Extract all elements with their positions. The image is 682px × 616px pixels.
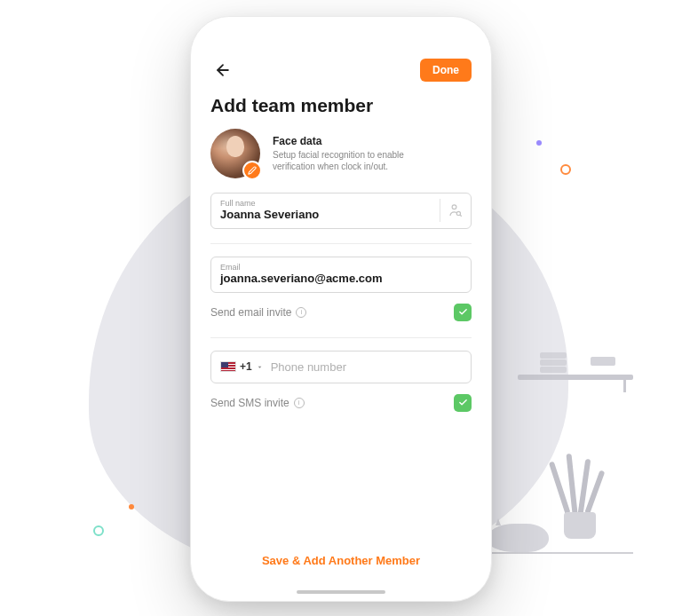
phone-frame: Done Add team member Face data Setup fac… xyxy=(190,16,492,602)
top-bar: Done xyxy=(210,58,472,83)
arrow-left-icon xyxy=(214,61,232,79)
sms-invite-row: Send SMS invite i xyxy=(210,394,472,412)
svg-point-2 xyxy=(456,212,460,216)
sms-invite-text: Send SMS invite xyxy=(210,397,289,409)
save-add-another-button[interactable]: Save & Add Another Member xyxy=(210,541,472,583)
info-icon[interactable]: i xyxy=(296,307,306,318)
background-illustration xyxy=(473,348,633,570)
pencil-icon xyxy=(248,166,257,175)
person-search-icon xyxy=(448,202,464,218)
phone-input[interactable]: Phone number xyxy=(271,360,346,374)
face-data-heading: Face data xyxy=(273,135,432,147)
check-icon xyxy=(458,398,468,407)
info-icon[interactable]: i xyxy=(294,398,305,408)
country-code-text: +1 xyxy=(240,360,252,373)
decorative-dot xyxy=(536,140,542,146)
done-button[interactable]: Done xyxy=(420,59,472,82)
decorative-circle xyxy=(560,164,571,175)
sms-invite-label: Send SMS invite i xyxy=(210,397,305,409)
face-data-section: Face data Setup facial recognition to en… xyxy=(210,129,472,178)
divider xyxy=(210,337,472,338)
page-title: Add team member xyxy=(210,95,472,116)
edit-avatar-button[interactable] xyxy=(242,161,262,180)
full-name-field[interactable]: Full name Joanna Severiano xyxy=(210,193,472,229)
check-icon xyxy=(458,307,468,317)
email-input[interactable]: joanna.severiano@acme.com xyxy=(220,272,462,287)
email-invite-text: Send email invite xyxy=(210,306,291,319)
sms-invite-toggle[interactable] xyxy=(454,394,472,412)
full-name-label: Full name xyxy=(220,199,462,208)
divider xyxy=(210,243,472,244)
email-label: Email xyxy=(220,263,462,272)
email-invite-toggle[interactable] xyxy=(454,304,472,321)
full-name-input[interactable]: Joanna Severiano xyxy=(220,208,462,223)
home-indicator xyxy=(297,590,385,594)
chevron-down-icon xyxy=(256,363,264,371)
contact-picker-button[interactable] xyxy=(440,199,464,222)
avatar-container xyxy=(210,129,260,178)
us-flag-icon xyxy=(220,361,236,372)
phone-notch xyxy=(274,17,408,38)
email-invite-label: Send email invite i xyxy=(210,306,306,319)
decorative-circle xyxy=(93,525,104,536)
email-invite-row: Send email invite i xyxy=(210,304,472,321)
back-button[interactable] xyxy=(210,58,235,83)
svg-point-1 xyxy=(452,205,456,209)
country-code-selector[interactable]: +1 xyxy=(220,360,264,373)
svg-line-3 xyxy=(460,215,462,217)
face-data-text: Face data Setup facial recognition to en… xyxy=(273,135,432,173)
email-field[interactable]: Email joanna.severiano@acme.com xyxy=(210,257,472,293)
phone-field[interactable]: +1 Phone number xyxy=(210,351,472,383)
decorative-dot xyxy=(129,504,134,509)
app-screen: Done Add team member Face data Setup fac… xyxy=(191,42,491,583)
face-data-description: Setup facial recognition to enable verif… xyxy=(273,149,432,173)
